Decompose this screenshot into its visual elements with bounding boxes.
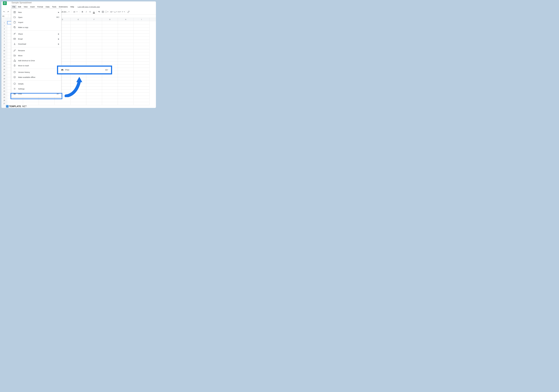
cell[interactable] — [134, 62, 149, 65]
cell[interactable] — [70, 34, 86, 37]
column-header[interactable]: F — [86, 18, 102, 21]
cell[interactable] — [134, 71, 149, 74]
cell[interactable] — [102, 93, 118, 96]
row-header[interactable]: 3 — [1, 27, 7, 30]
menu-print[interactable]: Print ⌘P — [11, 91, 61, 96]
row-header[interactable]: 2 — [1, 24, 7, 27]
cell[interactable] — [118, 83, 134, 87]
cell[interactable] — [86, 77, 102, 80]
menu-format[interactable]: Format — [36, 5, 44, 9]
cell[interactable] — [70, 99, 86, 102]
cell[interactable] — [118, 68, 134, 71]
cell[interactable] — [102, 74, 118, 77]
cell[interactable] — [102, 55, 118, 59]
select-all-corner[interactable] — [1, 18, 7, 21]
menu-file[interactable]: File — [11, 5, 17, 9]
cell[interactable] — [86, 49, 102, 52]
column-header[interactable]: H — [118, 18, 134, 21]
cell[interactable] — [86, 99, 102, 102]
row-header[interactable]: 21 — [1, 83, 7, 87]
cell[interactable] — [134, 80, 149, 83]
cell[interactable] — [86, 102, 102, 105]
cell[interactable] — [86, 52, 102, 55]
cell[interactable] — [102, 77, 118, 80]
menu-import[interactable]: Import — [11, 20, 61, 25]
cell[interactable] — [102, 102, 118, 105]
name-box[interactable]: A1 — [1, 15, 8, 18]
strikethrough-button[interactable]: S — [88, 10, 92, 14]
cell[interactable] — [134, 65, 149, 68]
cell[interactable] — [102, 40, 118, 43]
cell[interactable] — [55, 99, 70, 102]
menu-make-copy[interactable]: Make a copy — [11, 25, 61, 30]
cell[interactable] — [118, 62, 134, 65]
cell[interactable] — [86, 27, 102, 30]
cell[interactable] — [39, 102, 55, 105]
cell[interactable] — [102, 27, 118, 30]
cell[interactable] — [134, 99, 149, 102]
cell[interactable] — [86, 55, 102, 59]
cell[interactable] — [86, 93, 102, 96]
cell[interactable] — [102, 34, 118, 37]
cell[interactable] — [70, 102, 86, 105]
cell[interactable] — [86, 59, 102, 62]
text-color-button[interactable]: A — [92, 10, 96, 14]
cell[interactable] — [134, 55, 149, 59]
cell[interactable] — [118, 27, 134, 30]
cell[interactable] — [102, 59, 118, 62]
cell[interactable] — [134, 102, 149, 105]
cell[interactable] — [118, 74, 134, 77]
menu-rename[interactable]: Rename — [11, 48, 61, 53]
row-header[interactable]: 26 — [1, 99, 7, 102]
cell[interactable] — [118, 65, 134, 68]
menu-download[interactable]: Download ▶ — [11, 41, 61, 46]
cell[interactable] — [134, 30, 149, 34]
menu-insert[interactable]: Insert — [29, 5, 36, 9]
menu-edit[interactable]: Edit — [17, 5, 22, 9]
row-header[interactable]: 5 — [1, 34, 7, 37]
row-header[interactable]: 13 — [1, 59, 7, 62]
row-header[interactable]: 11 — [1, 52, 7, 55]
cell[interactable] — [134, 49, 149, 52]
cell[interactable] — [118, 55, 134, 59]
cell[interactable] — [118, 93, 134, 96]
column-header[interactable]: G — [102, 18, 118, 21]
cell[interactable] — [134, 87, 149, 89]
text-wrap-button[interactable]: ▼ — [118, 10, 121, 14]
cell[interactable] — [118, 80, 134, 83]
menu-open[interactable]: Open ⌘O — [11, 15, 61, 20]
cell[interactable] — [70, 55, 86, 59]
menu-settings[interactable]: Settings — [11, 86, 61, 91]
row-header[interactable]: 4 — [1, 30, 7, 34]
row-header[interactable]: 9 — [1, 46, 7, 49]
row-header[interactable]: 8 — [1, 43, 7, 46]
row-header[interactable]: 27 — [1, 102, 7, 105]
cell[interactable] — [118, 102, 134, 105]
menu-email[interactable]: Email ▶ — [11, 36, 61, 41]
cell[interactable] — [134, 93, 149, 96]
horizontal-align-button[interactable]: ▼ — [110, 10, 114, 14]
cell[interactable] — [86, 34, 102, 37]
cell[interactable] — [134, 96, 149, 99]
cell[interactable] — [102, 89, 118, 93]
column-header[interactable]: I — [134, 18, 149, 21]
row-header[interactable]: 23 — [1, 89, 7, 93]
cell[interactable] — [118, 52, 134, 55]
cell[interactable] — [134, 43, 149, 46]
cell[interactable] — [134, 83, 149, 87]
cell[interactable] — [118, 96, 134, 99]
cell[interactable] — [102, 80, 118, 83]
cell[interactable] — [118, 21, 134, 24]
cell[interactable] — [70, 37, 86, 40]
fill-color-button[interactable] — [97, 10, 101, 14]
menu-version-history[interactable]: Version history — [11, 70, 61, 75]
vertical-align-button[interactable]: ▼ — [114, 10, 118, 14]
cell[interactable] — [23, 102, 39, 105]
row-header[interactable]: 19 — [1, 77, 7, 80]
last-edit-link[interactable]: Last edit was 4 minutes ago — [78, 6, 100, 8]
cell[interactable] — [118, 87, 134, 89]
cell[interactable] — [70, 59, 86, 62]
cell[interactable] — [55, 102, 70, 105]
cell[interactable] — [102, 46, 118, 49]
column-header[interactable]: E — [70, 18, 86, 21]
